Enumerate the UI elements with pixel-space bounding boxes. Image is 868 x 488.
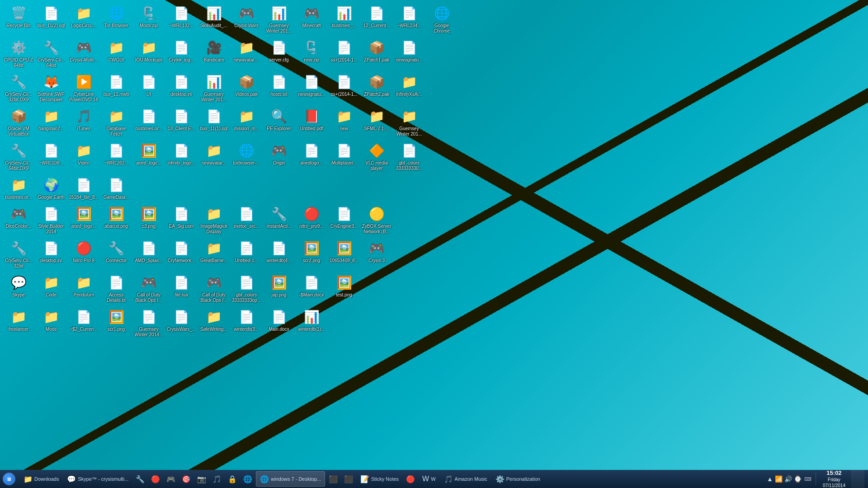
desktop-icon-freelancer[interactable]: 📁 freelancer <box>2 306 35 339</box>
taskbar-item-4[interactable]: 🎮 <box>164 471 178 487</box>
desktop-icon-exetoc-src---[interactable]: 📄 exetoc_src... <box>230 203 263 236</box>
desktop-icon-zybox-server-network--b---[interactable]: 🟡 ZyBOX Server Network (B... <box>360 203 393 236</box>
desktop-icon-newavatar---[interactable]: 📁 newavatar... <box>198 140 230 173</box>
desktop-icon-bus-11-1--sql[interactable]: 📄 bus_11(1).sql <box>198 105 230 139</box>
desktop-icon-winterdb-3---[interactable]: 📄 winterdb(3... <box>230 306 263 339</box>
desktop-icon-ea-sig-usm[interactable]: 📄 EA_Sig.usm <box>165 203 198 236</box>
desktop-icon-newsignatu---[interactable]: 📄 newsignatu... <box>295 71 328 104</box>
desktop-icon-cwgui[interactable]: 📁 CWGUI <box>100 37 132 70</box>
clock-area[interactable]: 15:02 Friday 07/11/2014 <box>820 469 848 488</box>
desktop-icon-desktop-ini[interactable]: 📄 desktop.ini <box>35 237 67 271</box>
desktop-icon---2-curren---[interactable]: 📄 ~$2_Curren... <box>67 306 100 339</box>
taskbar-item-17[interactable]: ⚙️Personalization <box>492 471 544 487</box>
desktop-icon-oracle-vm-virtualbox[interactable]: 📦 Oracle VM VirtualBox <box>2 105 35 139</box>
desktop-icon-amd-splas---[interactable]: 📄 AMD_Splas... <box>132 237 165 271</box>
desktop-icon-scr2-png[interactable]: 🖼️ scr2.png <box>295 237 328 271</box>
desktop-icon-desktop-ini[interactable]: 📄 desktop.ini <box>165 71 198 104</box>
desktop-icon-crysis-wars[interactable]: 🎮 Crysis Wars <box>230 2 263 36</box>
taskbar-item-16[interactable]: 🎵Amazon Music <box>440 471 491 487</box>
desktop-icon-tor-browser[interactable]: 🌐 Tor Browser <box>100 2 132 36</box>
desktop-icon-cpuid-cpu-z-64bit[interactable]: ⚙️ CPUID CPU-Z 64bit <box>2 37 35 70</box>
desktop-icon-database-fetch[interactable]: 📁 Database Fetch <box>100 105 132 139</box>
desktop-icon--wrl234---[interactable]: 📄 ~WRL234... <box>393 2 425 36</box>
desktop-icon-connector[interactable]: 🔧 Connector <box>100 237 132 271</box>
desktop-icon-safewriting---[interactable]: 📁 SafeWriting... <box>198 306 230 339</box>
taskbar-item-3[interactable]: 🔴 <box>148 471 163 487</box>
desktop-icon-newavatar----[interactable]: 📁 newavatar.... <box>230 37 263 70</box>
desktop-icon-zpatch2-pak[interactable]: 📦 ZPatch2.pak <box>360 71 393 104</box>
taskbar-item-14[interactable]: 🔴 <box>403 471 418 487</box>
desktop-icon--wrl132---[interactable]: 📄 ~WRL132... <box>165 2 198 36</box>
desktop-icon-imagemagick-display[interactable]: 📁 ImageMagick Display <box>198 203 230 236</box>
desktop-icon--wrl262---[interactable]: 📄 ~WRL262... <box>100 140 132 173</box>
desktop-icon-crysiswars----[interactable]: 📄 CrysisWars_... <box>165 306 198 339</box>
desktop-icon-guernsey-winter-201---[interactable]: 📊 Guernsey Winter 201... <box>198 71 230 104</box>
desktop-icon-cryserv-cli----64bit[interactable]: 🔧 CryServ-Cli... 64bit <box>35 37 67 70</box>
desktop-icon-skillsaudit----[interactable]: 📊 SkillsAudit_... <box>198 2 230 36</box>
desktop-icon-nitro-pro-9[interactable]: 🔴 Nitro Pro 9 <box>67 237 100 271</box>
taskbar-item-2[interactable]: 🔧 <box>133 471 147 487</box>
desktop-icon-crysis-multi---[interactable]: 🎮 Crysis-Multi... <box>67 37 100 70</box>
desktop-icon-ui[interactable]: 📄 UI <box>132 71 165 104</box>
desktop-icon-instantacti---[interactable]: 🔧 InstantActi... <box>263 203 295 236</box>
desktop-icon-gamedata---[interactable]: 📄 GameData... <box>100 174 132 202</box>
desktop-icon-guernsey-winter-201---[interactable]: 📁 Guernsey Winter 201... <box>393 105 425 139</box>
desktop-icon-12-current---[interactable]: 📄 12_Current... <box>360 2 393 36</box>
desktop-icon-crysis-3[interactable]: 🎮 Crysis 3 <box>360 237 393 271</box>
tray-arrow[interactable]: ▲ <box>767 475 773 483</box>
desktop-icon---main-docx[interactable]: 📄 -$Main.docx <box>295 272 328 305</box>
taskbar-item-0[interactable]: 📁Downloads <box>20 471 62 487</box>
desktop-icon-access-details-bt[interactable]: 📄 Access Details.bt <box>100 272 132 305</box>
desktop-icon-ss--2014-1---[interactable]: 📄 ss+(2014-1... <box>328 37 360 70</box>
desktop-icon-zpatch1-pak[interactable]: 📦 ZPatch1.pak <box>360 37 393 70</box>
desktop-icon-server-cfg[interactable]: 📄 server.cfg <box>263 37 295 70</box>
taskbar-item-15[interactable]: WW <box>419 471 439 487</box>
desktop-icon-iou-mockups[interactable]: 📁 IOU Mockups <box>132 37 165 70</box>
desktop-icon-bus-11-mwb[interactable]: 📄 bus_11.mwb <box>100 71 132 104</box>
desktop-icon-file-lua[interactable]: 📄 file.lua <box>165 272 198 305</box>
taskbar-item-8[interactable]: 🔒 <box>225 471 240 487</box>
desktop-icon-cryserv-cli----32bit[interactable]: 🔧 CryServ-Cli... 32bit <box>2 237 35 271</box>
desktop-icon-call-of-duty-black-ops-i---[interactable]: 🎮 Call of Duty Black Ops I... <box>198 272 230 305</box>
taskbar-item-5[interactable]: 🎯 <box>179 471 193 487</box>
desktop-icon-bandicam[interactable]: 🎥 Bandicam <box>198 37 230 70</box>
desktop-icon-newsignatu---[interactable]: 📄 newsignatu... <box>393 37 425 70</box>
desktop-icon-code[interactable]: 📁 Code <box>35 272 67 305</box>
desktop-icon-skype[interactable]: 💬 Skype <box>2 272 35 305</box>
taskbar-item-10[interactable]: 🌐windows 7 - Desktop... <box>256 471 325 487</box>
desktop-icon-jap-png[interactable]: 🖼️ jap.png <box>263 272 295 305</box>
desktop-icon-sothink-swf-decompiler[interactable]: 🦊 Sothink SWF Decompiler <box>35 71 67 104</box>
desktop-icon-anedlogo---[interactable]: 📄 anedlogo... <box>295 140 328 173</box>
desktop-icon-recycle-bin[interactable]: 🗑️ Recycle Bin <box>2 2 35 36</box>
desktop-icon-guernsey-winter-2014---[interactable]: 📄 Guernsey Winter 2014... <box>132 306 165 339</box>
desktop-icon-cyberlink-powerdvd-14[interactable]: ▶️ CyberLink PowerDVD 14 <box>67 71 100 104</box>
desktop-icon-new-zip[interactable]: 🗜️ new.zip <box>295 37 328 70</box>
taskbar-item-13[interactable]: 📝Sticky Notes <box>357 471 402 487</box>
desktop-icon-winterdb-4---[interactable]: 📄 winterdb(4... <box>263 237 295 271</box>
desktop-icon-untitled-pdf[interactable]: 📕 Untitled.pdf <box>295 105 328 139</box>
desktop-icon-mods[interactable]: 📁 Mods <box>35 306 67 339</box>
desktop-icon-cryserv-cli----64bit-dx9[interactable]: 🔧 CryServ-Cli... 64bit.DX9 <box>2 140 35 173</box>
desktop-icon-hosts-txt[interactable]: 📄 hosts.txt <box>263 71 295 104</box>
desktop-icon-bustimes-or---[interactable]: 📁 bustimes.or... <box>2 174 35 202</box>
taskbar-item-12[interactable]: ⬛ <box>341 471 356 487</box>
desktop-icon-itunes[interactable]: 🎵 iTunes <box>67 105 100 139</box>
desktop-icon-guernsey-winter-201---[interactable]: 📊 Guernsey Winter 201... <box>263 2 295 36</box>
desktop-icon-videos-pak[interactable]: 📦 Videos.pak <box>230 71 263 104</box>
desktop-icon-greatbarne---[interactable]: 📁 GreatBarne... <box>198 237 230 271</box>
desktop-icon-video[interactable]: 📁 Video <box>67 140 100 173</box>
desktop-icon-bustimes-or---[interactable]: 📄 bustimes.or... <box>132 105 165 139</box>
desktop-icon-winterdb-1----[interactable]: 📊 winterdb(1)... <box>295 306 328 339</box>
desktop-icon-infinity-logo---[interactable]: 📄 infinity_logo... <box>165 140 198 173</box>
desktop-icon--wrl108---[interactable]: 📄 ~WRL108... <box>35 140 67 173</box>
desktop-icon-scr1-png[interactable]: 🖼️ scr1.png <box>100 306 132 339</box>
desktop-icon-mods-zip[interactable]: 🗜️ Mods.zip <box>132 2 165 36</box>
desktop-icon-call-of-duty-black-ops-i---[interactable]: 🎮 Call of Duty Black Ops I... <box>132 272 165 305</box>
tray-volume[interactable]: 🔊 <box>784 475 792 483</box>
desktop-icon-nitro-pro9---[interactable]: 🔴 nitro_pro9... <box>295 203 328 236</box>
desktop-icon-multiplayer---[interactable]: 📄 Multiplayer... <box>328 140 360 173</box>
show-desktop-button[interactable] <box>851 470 864 488</box>
desktop-icon-hangman2---[interactable]: 📁 hangman2... <box>35 105 67 139</box>
desktop-icon-dicecricke---[interactable]: 🎮 DiceCricke... <box>2 203 35 236</box>
desktop-icon-c3-png[interactable]: 🖼️ c3.png <box>132 203 165 236</box>
